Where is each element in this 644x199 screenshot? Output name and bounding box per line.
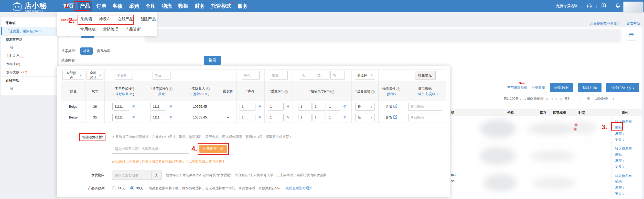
search-input[interactable] [80,56,200,65]
menu-create-product[interactable]: 创建产品 [140,17,156,22]
original-box-select[interactable]: 是∨ [355,103,375,111]
validity-30-radio[interactable]: 30天 [130,186,143,191]
last-page-icon[interactable]: >| [560,97,562,101]
publish-link[interactable]: 发布∨ [615,157,642,164]
goods-value-fill-input[interactable] [153,71,170,80]
nav-purchase[interactable]: 采购 [127,2,141,11]
official-notice-link[interactable]: 点此查看官方通知 [286,186,312,191]
freight-template-input[interactable] [112,144,189,154]
color-filter-select[interactable]: 全部颜色∨ [62,71,84,80]
apply-all-icon[interactable] [258,115,262,120]
create-product-button[interactable]: 创建产品 [578,83,602,92]
book-icon[interactable] [601,3,606,9]
nav-hosting[interactable]: 托管模式 [209,2,233,11]
apply-all-icon[interactable] [169,104,173,109]
stock-fill-input[interactable] [242,71,260,80]
next-page-icon[interactable]: > [555,97,557,101]
commission-link[interactable]: 佣金5% ∨ [192,92,207,96]
more-link[interactable]: 更多∨ [615,191,642,197]
first-page-icon[interactable]: |< [546,97,549,101]
more-link[interactable]: 更多∨ [615,164,642,170]
search-button[interactable]: 搜索 [204,56,221,65]
apply-all-icon[interactable] [286,104,290,109]
edit-icon[interactable] [393,104,397,109]
width-input[interactable] [313,103,326,111]
nav-orders[interactable]: 订单 [94,2,109,11]
menu-marketing[interactable]: 营销管理 [103,27,118,32]
round-tail-link[interactable]: 尾数取整 ∨ [115,92,132,96]
height-fill-input[interactable] [330,71,345,80]
move-to-pending-link[interactable]: 移入待发布 [615,146,642,152]
stock-input[interactable] [240,114,255,121]
validity-14-radio[interactable]: 14天 [112,186,125,191]
question-icon[interactable]: ? [169,87,173,91]
user-avatar-blurred[interactable] [623,2,643,13]
original-box-select[interactable]: 是∨ [355,114,375,121]
publish-link[interactable]: 发布∨ [615,131,642,137]
bell-icon[interactable] [615,3,620,9]
more-link[interactable]: 更多∨ [615,137,642,143]
height-input[interactable] [327,103,340,111]
size-filter-select[interactable]: 全部尺寸∨ [87,71,103,80]
question-icon[interactable]: ? [206,87,210,91]
apply-all-icon[interactable] [342,115,346,120]
weight-input[interactable] [268,103,284,111]
width-input[interactable] [313,114,326,121]
length-input[interactable] [298,114,312,121]
length-fill-input[interactable] [300,71,314,80]
question-icon[interactable]: ? [284,90,288,94]
length-input[interactable] [298,103,312,111]
ai-category-link[interactable]: AI智能推荐分类属性 [590,22,620,26]
nav-finance[interactable]: 财务 [192,2,207,11]
question-icon[interactable]: ? [371,90,375,94]
retail-price-input[interactable] [112,114,129,121]
question-icon[interactable]: ? [396,87,400,91]
goods-value-input[interactable] [151,114,166,121]
sku-code-input[interactable] [408,114,442,121]
nav-logistics[interactable]: 物流 [160,2,174,11]
nav-warehouse[interactable]: 仓库 [143,2,158,11]
nav-service[interactable]: 客服 [111,2,125,11]
move-to-pending-link[interactable]: 移入待发布 [615,173,642,179]
publish-count-link[interactable]: 刊登数量 [532,85,545,90]
page-size-select[interactable]: 100条/页 ▾ [593,95,616,102]
batch-value-link[interactable]: 批量 [158,92,165,96]
seasonal-hot-link[interactable]: 季节爆款商机 [507,86,527,89]
sync-product-button[interactable]: 同步产品 ? ∨ [606,83,639,92]
view-help-link[interactable]: 查看帮助 [627,22,640,26]
sidebar-item-scheduled[interactable]: 定时发布(2) [1,52,57,60]
batch-logistics-link[interactable]: 批量 [388,92,395,96]
sku-code-input[interactable] [408,103,442,111]
apply-all-icon[interactable] [132,115,135,120]
apply-all-icon[interactable] [258,104,262,109]
headset-icon[interactable] [587,3,592,9]
search-type-code[interactable]: 商品编码 [97,49,111,53]
edit-link[interactable]: 编辑 [615,179,642,185]
edit-link[interactable]: 编辑 [615,152,642,157]
sidebar-item-online-all[interactable]: All [1,85,57,93]
menu-product-diagnosis[interactable]: 产品诊断 [125,27,141,32]
retail-price-input[interactable] [112,103,129,111]
apply-all-icon[interactable] [169,115,173,120]
advanced-sku-link[interactable]: 高级 [429,92,436,96]
sidebar-item-publish-failed[interactable]: 发布失败(277) [1,68,57,76]
publish-link[interactable]: 发布∨ [615,185,642,191]
delivery-period-input[interactable] [112,171,151,180]
apply-all-icon[interactable] [342,104,346,109]
width-fill-input[interactable] [315,71,329,80]
height-input[interactable] [327,114,340,121]
sidebar-item-aliexpress-collect-box[interactable]: 「速卖通」采集箱 (990) [1,27,57,35]
nav-services[interactable]: 服务 [235,2,250,11]
weight-input[interactable] [268,114,284,121]
weight-fill-input[interactable] [270,71,288,80]
batch-fill-button[interactable]: 批量填充 [415,71,436,80]
generate-freight-button[interactable]: 运费推荐生成 [199,145,227,153]
nav-data[interactable]: 数据 [176,2,190,11]
original-box-fill-select[interactable]: 请选择∨ [355,71,375,80]
collect-data-button[interactable]: 采集数据 [550,83,573,92]
page-number-input[interactable] [574,95,584,102]
search-type-title-chip[interactable]: 标题 [80,47,93,55]
apply-all-icon[interactable] [132,104,135,109]
prev-page-icon[interactable]: < [551,97,553,101]
sidebar-item-publishing[interactable]: 发布中(3) [1,60,57,68]
